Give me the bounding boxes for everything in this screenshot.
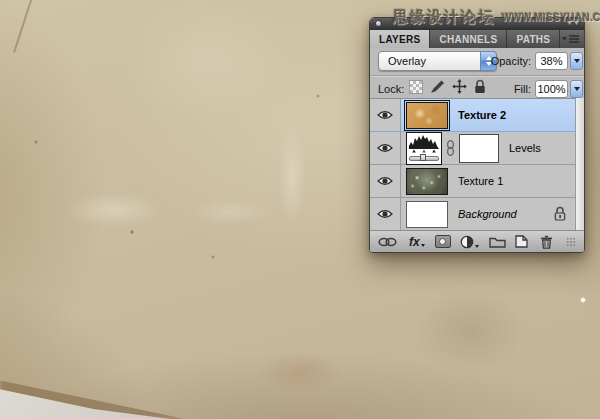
visibility-toggle[interactable]: [370, 165, 401, 197]
eye-icon: [377, 209, 393, 219]
layer-row-content[interactable]: Background: [401, 198, 584, 230]
link-layers-icon: [378, 237, 397, 247]
levels-adjustment-thumbnail[interactable]: [406, 132, 442, 165]
visibility-toggle[interactable]: [370, 198, 401, 230]
panel-menu-icon: [562, 34, 579, 44]
folder-icon: [489, 236, 506, 248]
panel-menu-button[interactable]: [562, 30, 584, 48]
visibility-toggle[interactable]: [370, 99, 401, 131]
panel-titlebar[interactable]: [370, 18, 584, 30]
lock-position-move-icon[interactable]: [452, 79, 467, 94]
chevron-down-icon: [574, 59, 580, 63]
delete-layer-button[interactable]: [540, 235, 553, 249]
levels-slider: [409, 154, 439, 161]
chevron-down-icon: [421, 244, 425, 247]
layer-row-texture-1[interactable]: Texture 1: [370, 165, 584, 198]
fill-label: Fill:: [488, 83, 531, 95]
layer-name[interactable]: Levels: [509, 142, 541, 154]
link-layers-button[interactable]: [378, 237, 397, 247]
lock-buttons: [409, 79, 486, 94]
layer-name[interactable]: Texture 2: [458, 109, 506, 121]
lock-all-padlock-icon[interactable]: [474, 79, 486, 94]
eye-icon: [377, 110, 393, 120]
layer-list-scrollbar[interactable]: [575, 98, 584, 230]
tab-channels[interactable]: CHANNELS: [430, 30, 507, 48]
tab-layers[interactable]: LAYERS: [370, 30, 430, 48]
tab-paths[interactable]: PATHS: [507, 30, 560, 48]
layer-name[interactable]: Background: [458, 208, 517, 220]
opacity-input[interactable]: 38%: [535, 52, 568, 70]
fx-icon: fx: [409, 236, 420, 248]
fill-slider-button[interactable]: [570, 80, 583, 98]
blend-mode-dropdown[interactable]: Overlay: [378, 51, 497, 71]
layer-mask-thumbnail[interactable]: [459, 134, 499, 163]
layer-row-background[interactable]: Background: [370, 198, 584, 231]
paper-crack: [13, 0, 33, 53]
trash-icon: [540, 235, 553, 249]
new-layer-icon: [515, 235, 528, 248]
eye-icon: [377, 176, 393, 186]
add-layer-mask-icon: [435, 235, 451, 248]
layer-list: Texture 2: [370, 98, 584, 231]
panel-footer: fx: [370, 230, 584, 252]
lock-label: Lock:: [378, 83, 404, 95]
collapse-icon[interactable]: [567, 21, 579, 27]
opacity-slider-button[interactable]: [570, 52, 583, 70]
opacity-label: Opacity:: [488, 55, 531, 67]
panel-body: Overlay Opacity: 38% Lock:: [370, 48, 584, 252]
layer-thumbnail[interactable]: [406, 168, 448, 195]
blend-mode-value: Overlay: [388, 55, 426, 67]
panel-resize-grip[interactable]: [566, 237, 576, 247]
fill-input[interactable]: 100%: [535, 80, 568, 98]
add-layer-mask-button[interactable]: [435, 235, 451, 248]
new-adjustment-layer-button[interactable]: [460, 235, 479, 249]
layer-row-content[interactable]: Levels: [401, 132, 584, 164]
new-layer-button[interactable]: [515, 235, 528, 248]
layer-thumbnail[interactable]: [406, 201, 448, 228]
histogram-icon: [409, 133, 439, 153]
layer-row-content[interactable]: Texture 1: [401, 165, 584, 197]
layer-style-button[interactable]: fx: [409, 236, 425, 248]
visibility-toggle[interactable]: [370, 132, 401, 164]
mask-link-chain-icon[interactable]: [446, 140, 455, 156]
separator: [370, 75, 584, 77]
chevron-down-icon: [475, 245, 479, 248]
layer-row-levels[interactable]: Levels: [370, 132, 584, 165]
panel-tabbar: LAYERS CHANNELS PATHS: [370, 30, 584, 48]
lock-pixels-brush-icon[interactable]: [430, 80, 445, 94]
layers-panel: LAYERS CHANNELS PATHS Overlay Opacity: 3…: [369, 17, 585, 253]
slider-knob: [420, 154, 426, 161]
chevron-down-icon: [574, 87, 580, 91]
layer-name[interactable]: Texture 1: [458, 175, 503, 187]
layer-row-texture-2[interactable]: Texture 2: [370, 99, 584, 132]
locked-layer-padlock-icon: [554, 206, 566, 221]
close-button[interactable]: [375, 20, 382, 27]
layer-row-content[interactable]: Texture 2: [401, 99, 584, 131]
adjustment-layer-icon: [460, 235, 474, 249]
layer-thumbnail[interactable]: [406, 102, 448, 129]
new-group-button[interactable]: [489, 236, 506, 248]
lock-transparency-icon[interactable]: [409, 80, 423, 94]
eye-icon: [377, 143, 393, 153]
